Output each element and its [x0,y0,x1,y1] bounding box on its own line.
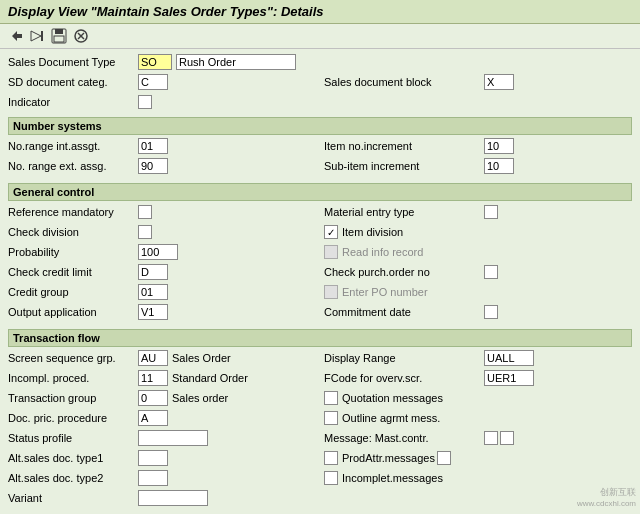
incompl-proced-input[interactable] [138,370,168,386]
quotation-msg-checkbox[interactable] [324,391,338,405]
credit-group-input[interactable] [138,284,168,300]
sales-doc-type-input[interactable] [138,54,172,70]
doc-pric-input[interactable] [138,410,168,426]
quotation-msg-label: Quotation messages [342,392,443,404]
transaction-grp-name: Sales order [172,392,228,404]
status-profile-input[interactable] [138,430,208,446]
alt-sales-type2-label: Alt.sales doc. type2 [8,472,138,484]
check-credit-input[interactable] [138,264,168,280]
forward-icon[interactable] [28,27,46,45]
cancel-icon[interactable] [72,27,90,45]
sales-doc-block-input[interactable] [484,74,514,90]
sd-doc-categ-label: SD document categ. [8,76,138,88]
incompl-proced-label: Incompl. proced. [8,372,138,384]
outline-agrmt-label: Outline agrmt mess. [342,412,440,424]
number-systems-header: Number systems [8,117,632,135]
alt-sales-type1-input[interactable] [138,450,168,466]
output-application-label: Output application [8,306,138,318]
sd-doc-categ-input[interactable] [138,74,168,90]
outline-agrmt-checkbox[interactable] [324,411,338,425]
check-division-checkbox[interactable] [138,225,152,239]
screen-seq-grp-name: Sales Order [172,352,231,364]
toolbar [0,24,640,49]
indicator-label: Indicator [8,96,138,108]
check-purch-order-label: Check purch.order no [324,266,484,278]
credit-group-label: Credit group [8,286,138,298]
sub-item-increment-input[interactable] [484,158,514,174]
display-range-input[interactable] [484,350,534,366]
sub-item-increment-label: Sub-item increment [324,160,484,172]
read-info-record-checkbox [324,245,338,259]
doc-pric-label: Doc. pric. procedure [8,412,138,424]
enter-po-number-label: Enter PO number [342,286,428,298]
screen-seq-grp-input[interactable] [138,350,168,366]
status-profile-label: Status profile [8,432,138,444]
screen-seq-grp-label: Screen sequence grp. [8,352,138,364]
incomplet-msg-label: Incomplet.messages [342,472,443,484]
sales-doc-type-label: Sales Document Type [8,56,138,68]
prod-attr-label: ProdAttr.messages [342,452,435,464]
incompl-proced-name: Standard Order [172,372,248,384]
material-entry-type-checkbox[interactable] [484,205,498,219]
sales-doc-type-name-input[interactable] [176,54,296,70]
check-purch-order-checkbox[interactable] [484,265,498,279]
check-credit-label: Check credit limit [8,266,138,278]
fcode-overv-label: FCode for overv.scr. [324,372,484,384]
display-range-label: Display Range [324,352,484,364]
save-icon[interactable] [50,27,68,45]
transaction-flow-header: Transaction flow [8,329,632,347]
fcode-overv-input[interactable] [484,370,534,386]
alt-sales-type2-input[interactable] [138,470,168,486]
svg-rect-3 [55,29,63,34]
message-mast-label: Message: Mast.contr. [324,432,484,444]
no-range-ext-label: No. range ext. assg. [8,160,138,172]
prod-attr-checkbox[interactable] [324,451,338,465]
message-mast-checkbox2[interactable] [500,431,514,445]
watermark: 创新互联 www.cdcxhl.com [577,487,636,509]
ref-mandatory-checkbox[interactable] [138,205,152,219]
no-range-ext-input[interactable] [138,158,168,174]
alt-sales-type1-label: Alt.sales doc. type1 [8,452,138,464]
check-division-label: Check division [8,226,138,238]
no-range-int-label: No.range int.assgt. [8,140,138,152]
enter-po-number-checkbox [324,285,338,299]
variant-input[interactable] [138,490,208,506]
back-icon[interactable] [6,27,24,45]
output-application-input[interactable] [138,304,168,320]
transaction-grp-label: Transaction group [8,392,138,404]
general-control-header: General control [8,183,632,201]
item-no-increment-input[interactable] [484,138,514,154]
item-division-label: Item division [342,226,403,238]
svg-rect-4 [54,36,64,42]
prod-attr-checkbox2[interactable] [437,451,451,465]
item-division-checkbox[interactable] [324,225,338,239]
message-mast-checkbox[interactable] [484,431,498,445]
title-bar: Display View "Maintain Sales Order Types… [0,0,640,24]
commitment-date-checkbox[interactable] [484,305,498,319]
ref-mandatory-label: Reference mandatory [8,206,138,218]
svg-marker-0 [31,31,41,41]
transaction-grp-input[interactable] [138,390,168,406]
commitment-date-label: Commitment date [324,306,484,318]
svg-rect-1 [41,31,43,41]
material-entry-type-label: Material entry type [324,206,484,218]
item-no-increment-label: Item no.increment [324,140,484,152]
incomplet-msg-checkbox[interactable] [324,471,338,485]
sales-doc-block-label: Sales document block [324,76,484,88]
variant-label: Variant [8,492,138,504]
indicator-checkbox[interactable] [138,95,152,109]
read-info-record-label: Read info record [342,246,423,258]
probability-input[interactable] [138,244,178,260]
no-range-int-input[interactable] [138,138,168,154]
probability-label: Probability [8,246,138,258]
